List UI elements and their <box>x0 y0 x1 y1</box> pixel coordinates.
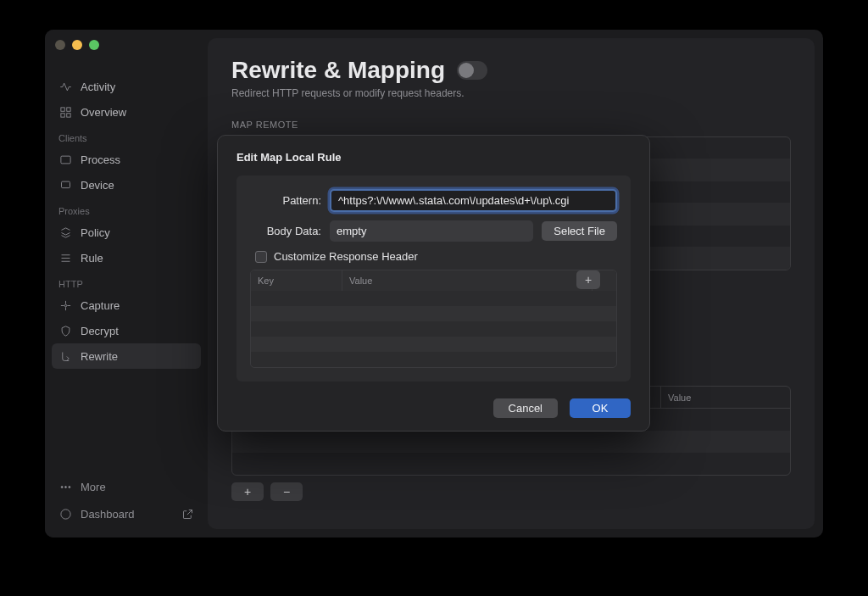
svg-point-12 <box>68 486 70 487</box>
section-header-map-remote: MAP REMOTE <box>231 120 791 130</box>
customize-header-label: Customize Response Header <box>274 250 418 263</box>
minimize-window-icon[interactable] <box>72 40 82 50</box>
table-row[interactable] <box>251 291 616 306</box>
select-file-button[interactable]: Select File <box>542 221 617 241</box>
svg-point-10 <box>61 486 63 487</box>
body-data-input[interactable] <box>330 220 533 242</box>
svg-point-9 <box>64 304 67 307</box>
sidebar-item-label: Decrypt <box>81 325 119 337</box>
sidebar-item-overview[interactable]: Overview <box>45 99 208 125</box>
svg-rect-5 <box>61 181 70 188</box>
sidebar-item-device[interactable]: Device <box>45 172 208 198</box>
page-title: Rewrite & Mapping <box>231 57 445 84</box>
svg-rect-4 <box>60 156 70 164</box>
page-header: Rewrite & Mapping <box>231 57 791 84</box>
cancel-button[interactable]: Cancel <box>493 398 558 418</box>
sidebar-item-label: Dashboard <box>81 508 135 521</box>
sidebar-item-activity[interactable]: Activity <box>45 74 208 99</box>
svg-rect-0 <box>60 107 64 110</box>
sidebar-item-decrypt[interactable]: Decrypt <box>45 318 208 343</box>
column-value: Value <box>342 270 593 291</box>
svg-rect-2 <box>60 113 64 116</box>
sidebar-item-dashboard[interactable]: Dashboard <box>45 500 208 527</box>
process-icon <box>58 153 72 166</box>
ellipsis-icon <box>58 480 72 493</box>
external-link-icon <box>181 507 194 521</box>
table-row[interactable] <box>251 337 616 352</box>
sidebar: Activity Overview Clients Process Device… <box>45 30 208 538</box>
pattern-input[interactable] <box>330 189 617 212</box>
sidebar-item-more[interactable]: More <box>45 473 208 500</box>
sidebar-item-label: Rewrite <box>81 350 118 363</box>
sidebar-section-http: HTTP <box>45 270 208 292</box>
svg-point-11 <box>64 486 66 487</box>
maximize-window-icon[interactable] <box>89 40 99 50</box>
ok-button[interactable]: OK <box>570 398 631 418</box>
sidebar-item-label: Rule <box>81 252 103 265</box>
svg-point-13 <box>60 509 70 518</box>
activity-icon <box>58 80 72 93</box>
remove-button[interactable]: − <box>270 482 303 501</box>
sidebar-item-process[interactable]: Process <box>45 147 208 172</box>
rewrite-icon <box>58 349 72 363</box>
body-data-row: Body Data: Select File <box>250 220 617 242</box>
svg-rect-3 <box>66 113 70 116</box>
response-header-table: Key Value <box>250 270 617 368</box>
page-subtitle: Redirect HTTP requests or modify request… <box>231 87 791 99</box>
device-icon <box>58 178 72 192</box>
svg-rect-1 <box>66 107 70 110</box>
sidebar-item-policy[interactable]: Policy <box>45 220 208 245</box>
table-controls: + − <box>231 482 791 501</box>
sidebar-item-label: Overview <box>81 106 126 119</box>
sidebar-item-rule[interactable]: Rule <box>45 245 208 270</box>
overview-icon <box>58 105 72 119</box>
sidebar-item-label: Policy <box>81 226 110 239</box>
dashboard-icon <box>58 507 72 521</box>
pattern-label: Pattern: <box>250 194 321 207</box>
sidebar-section-proxies: Proxies <box>45 198 208 220</box>
sidebar-section-clients: Clients <box>45 125 208 147</box>
rule-icon <box>58 251 72 265</box>
customize-header-row: Customize Response Header <box>255 250 617 263</box>
body-data-label: Body Data: <box>250 225 321 237</box>
column-key: Key <box>251 270 342 291</box>
edit-map-local-rule-modal: Edit Map Local Rule Pattern: Body Data: … <box>217 135 650 432</box>
policy-icon <box>58 226 72 239</box>
customize-header-checkbox[interactable] <box>255 251 267 263</box>
add-header-button[interactable]: + <box>576 270 600 289</box>
svg-line-14 <box>186 510 192 515</box>
window-controls <box>55 40 99 50</box>
table-row[interactable] <box>232 431 790 453</box>
add-button[interactable]: + <box>231 482 264 501</box>
sidebar-item-label: More <box>81 481 106 493</box>
column-value: Value <box>661 387 790 408</box>
modal-title: Edit Map Local Rule <box>236 151 631 164</box>
sidebar-item-label: Process <box>81 153 120 166</box>
capture-icon <box>58 298 72 312</box>
sidebar-item-label: Device <box>81 179 114 192</box>
sidebar-item-label: Capture <box>81 299 120 312</box>
shield-icon <box>58 324 72 337</box>
table-row[interactable] <box>251 352 616 367</box>
sidebar-item-rewrite[interactable]: Rewrite <box>52 343 201 369</box>
sidebar-bottom: More Dashboard <box>45 473 208 527</box>
modal-form: Pattern: Body Data: Select File Customiz… <box>236 175 631 382</box>
sidebar-item-label: Activity <box>81 81 115 93</box>
feature-toggle[interactable] <box>457 61 487 80</box>
header-table-head: Key Value <box>251 270 616 291</box>
modal-buttons: Cancel OK <box>236 398 631 418</box>
toggle-knob <box>459 63 474 78</box>
table-row[interactable] <box>251 321 616 337</box>
table-row[interactable] <box>251 306 616 321</box>
close-window-icon[interactable] <box>55 40 65 50</box>
table-row[interactable] <box>232 453 790 475</box>
sidebar-item-capture[interactable]: Capture <box>45 292 208 318</box>
pattern-row: Pattern: <box>250 189 617 212</box>
